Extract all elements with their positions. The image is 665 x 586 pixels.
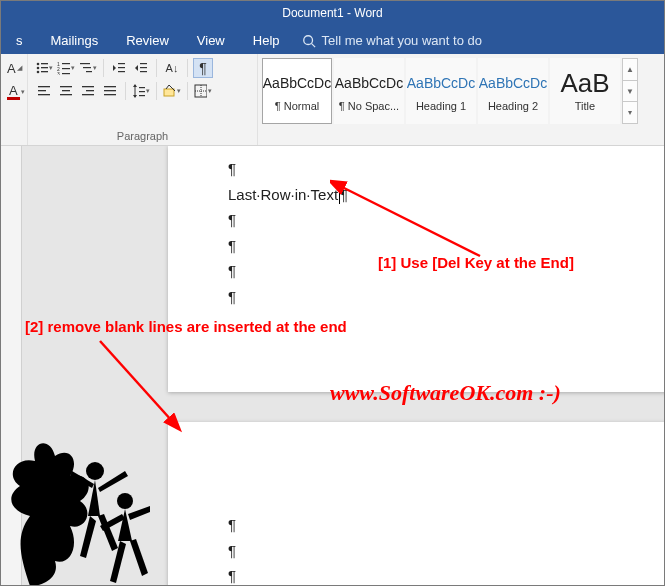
svg-rect-7 bbox=[41, 71, 48, 72]
tab-mailings[interactable]: Mailings bbox=[37, 27, 113, 54]
svg-rect-35 bbox=[104, 90, 116, 91]
svg-rect-41 bbox=[139, 91, 145, 92]
style-name: Heading 2 bbox=[488, 100, 538, 112]
svg-text:3: 3 bbox=[57, 71, 60, 75]
style-normal[interactable]: AaBbCcDc ¶ Normal bbox=[262, 58, 332, 124]
svg-rect-32 bbox=[86, 90, 94, 91]
page-1[interactable]: ¶ Last·Row·in·Text¶ ¶ ¶ ¶ ¶ bbox=[168, 146, 665, 392]
align-center-icon[interactable] bbox=[56, 81, 76, 101]
style-sample: AaBbCcDc bbox=[263, 70, 331, 96]
increase-indent-icon[interactable] bbox=[131, 58, 151, 78]
multilevel-icon[interactable]: ▾ bbox=[78, 58, 98, 78]
svg-point-0 bbox=[303, 35, 312, 44]
svg-rect-31 bbox=[82, 86, 94, 87]
svg-marker-39 bbox=[133, 95, 137, 98]
svg-rect-9 bbox=[62, 63, 70, 64]
tellme-placeholder: Tell me what you want to do bbox=[322, 33, 482, 48]
svg-rect-24 bbox=[140, 71, 147, 72]
svg-rect-3 bbox=[41, 63, 48, 64]
window-titlebar: Document1 - Word bbox=[0, 0, 665, 26]
style-heading2[interactable]: AaBbCcDc Heading 2 bbox=[478, 58, 548, 124]
svg-rect-19 bbox=[118, 67, 125, 68]
ribbon-group-label-font bbox=[6, 128, 21, 145]
styles-scroll[interactable]: ▲ ▼ ▾ bbox=[622, 58, 638, 124]
ribbon-group-styles: AaBbCcDc ¶ Normal AaBbCcDc ¶ No Spac... … bbox=[258, 54, 665, 145]
align-left-icon[interactable] bbox=[34, 81, 54, 101]
borders-icon[interactable]: ▾ bbox=[193, 81, 213, 101]
svg-point-6 bbox=[37, 71, 40, 74]
tab-review[interactable]: Review bbox=[112, 27, 183, 54]
svg-marker-21 bbox=[135, 65, 138, 71]
styles-more-icon[interactable]: ▾ bbox=[623, 102, 637, 123]
paragraph-mark: ¶ bbox=[228, 233, 665, 259]
style-title[interactable]: AaB Title bbox=[550, 58, 620, 124]
svg-marker-17 bbox=[113, 65, 116, 71]
clear-format-icon[interactable]: A◢ bbox=[6, 58, 23, 78]
page-content[interactable]: ¶ ¶ ¶ bbox=[168, 422, 665, 586]
paragraph-mark: ¶ bbox=[228, 512, 665, 538]
svg-rect-27 bbox=[38, 94, 50, 95]
style-name: ¶ Normal bbox=[275, 100, 319, 112]
svg-rect-22 bbox=[140, 63, 147, 64]
svg-rect-28 bbox=[60, 86, 72, 87]
svg-rect-25 bbox=[38, 86, 50, 87]
paragraph-mark: ¶ bbox=[228, 538, 665, 564]
svg-rect-40 bbox=[139, 87, 145, 88]
svg-rect-29 bbox=[62, 90, 70, 91]
svg-rect-15 bbox=[83, 67, 91, 68]
svg-line-48 bbox=[100, 341, 172, 421]
tellme-search[interactable]: Tell me what you want to do bbox=[294, 27, 490, 54]
ribbon-group-font: A◢ A▾ bbox=[0, 54, 28, 145]
svg-point-2 bbox=[37, 63, 40, 66]
svg-rect-26 bbox=[38, 90, 46, 91]
tab-help[interactable]: Help bbox=[239, 27, 294, 54]
ribbon-body: A◢ A▾ ▾ 123▾ ▾ A↓ ¶ bbox=[0, 54, 665, 146]
style-sample: AaBbCcDc bbox=[335, 70, 403, 96]
style-heading1[interactable]: AaBbCcDc Heading 1 bbox=[406, 58, 476, 124]
svg-rect-33 bbox=[82, 94, 94, 95]
svg-line-1 bbox=[311, 43, 315, 47]
paragraph-mark: ¶ bbox=[228, 563, 665, 586]
decrease-indent-icon[interactable] bbox=[109, 58, 129, 78]
paragraph-mark: ¶ bbox=[228, 156, 665, 182]
ribbon-group-paragraph: ▾ 123▾ ▾ A↓ ¶ ▾ ▾ ▾ bbox=[28, 54, 258, 145]
tab-view[interactable]: View bbox=[183, 27, 239, 54]
page-2[interactable]: ¶ ¶ ¶ bbox=[168, 422, 665, 586]
paragraph-mark: ¶ bbox=[228, 258, 665, 284]
justify-icon[interactable] bbox=[100, 81, 120, 101]
svg-point-49 bbox=[86, 462, 104, 480]
line-spacing-icon[interactable]: ▾ bbox=[131, 81, 151, 101]
svg-rect-20 bbox=[118, 71, 125, 72]
style-no-spacing[interactable]: AaBbCcDc ¶ No Spac... bbox=[334, 58, 404, 124]
window-title: Document1 - Word bbox=[282, 6, 382, 20]
chevron-down-icon[interactable]: ▼ bbox=[623, 81, 637, 103]
ribbon-tabstrip: s Mailings Review View Help Tell me what… bbox=[0, 26, 665, 54]
shading-icon[interactable]: ▾ bbox=[162, 81, 182, 101]
page-content[interactable]: ¶ Last·Row·in·Text¶ ¶ ¶ ¶ ¶ bbox=[168, 146, 665, 309]
style-sample: AaB bbox=[560, 70, 609, 96]
svg-rect-43 bbox=[164, 89, 174, 96]
tab-partial[interactable]: s bbox=[2, 27, 37, 54]
paragraph-mark: ¶ bbox=[228, 284, 665, 310]
svg-rect-18 bbox=[118, 63, 125, 64]
lightbulb-icon bbox=[302, 34, 316, 48]
font-color-icon[interactable]: A▾ bbox=[6, 82, 26, 102]
chevron-up-icon[interactable]: ▲ bbox=[623, 59, 637, 81]
svg-marker-38 bbox=[133, 84, 137, 87]
bullets-icon[interactable]: ▾ bbox=[34, 58, 54, 78]
style-sample: AaBbCcDc bbox=[479, 70, 547, 96]
numbering-icon[interactable]: 123▾ bbox=[56, 58, 76, 78]
svg-point-4 bbox=[37, 67, 40, 70]
style-name: Title bbox=[575, 100, 595, 112]
sort-icon[interactable]: A↓ bbox=[162, 58, 182, 78]
paragraph-mark: ¶ bbox=[228, 207, 665, 233]
svg-point-50 bbox=[117, 493, 133, 509]
show-hide-pilcrow-icon[interactable]: ¶ bbox=[193, 58, 213, 78]
svg-rect-5 bbox=[41, 67, 48, 68]
style-name: Heading 1 bbox=[416, 100, 466, 112]
style-sample: AaBbCcDc bbox=[407, 70, 475, 96]
svg-rect-14 bbox=[80, 63, 90, 64]
decorative-silhouette-icon bbox=[0, 416, 150, 586]
align-right-icon[interactable] bbox=[78, 81, 98, 101]
svg-rect-34 bbox=[104, 86, 116, 87]
